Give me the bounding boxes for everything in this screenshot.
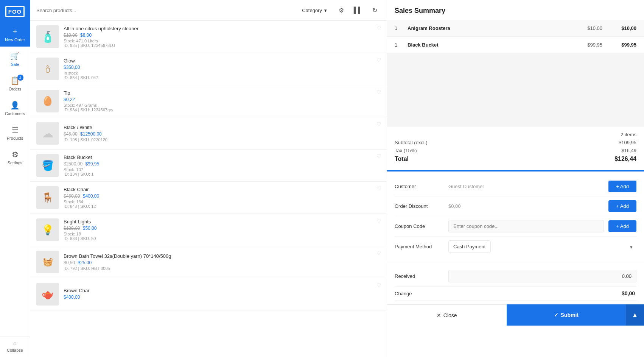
change-label: Change [395,291,444,296]
order-item[interactable]: 1 Black Bucket $99,95 $99,95 [387,37,644,53]
search-input[interactable] [36,8,294,13]
product-price: $10,00 $8,00 [64,33,381,38]
coupon-label: Coupon Code [395,223,444,229]
tax-label: Tax (15%) [395,148,417,153]
order-items-list: 1 Anigram Roostera $10,00 $10,00 1 Black… [387,20,644,126]
add-coupon-button[interactable]: + Add [608,220,636,232]
coupon-row: Coupon Code + Add [395,216,636,237]
product-thumbnail: 💡 [36,218,59,241]
favorite-icon[interactable]: ♡ [376,25,381,31]
product-name: Black Bucket [64,154,381,160]
payment-method-label: Payment Method [395,244,444,249]
collapse-label: Collapse [7,348,23,352]
list-item[interactable]: 🪑 Black Chair $460,00 $400,00 Stock: 134… [30,182,387,214]
items-count: 2 items [621,132,636,137]
product-price: $0,22 [64,97,381,102]
sidebar-item-orders-label: Orders [9,87,22,91]
product-image: 🕯 [42,63,53,75]
favorite-icon[interactable]: ♡ [376,218,381,224]
product-price: $350,00 [64,65,381,70]
right-panel: Sales Summary 1 Anigram Roostera $10,00 … [387,0,644,357]
cash-section: Received Change $0,00 [387,262,644,304]
product-thumbnail: 🧺 [36,251,59,273]
list-item[interactable]: 🕯 Glow $350,00 In stock ID: 854 | SKU: 0… [30,53,387,85]
coupon-input[interactable] [448,220,604,232]
submit-label: Submit [561,312,579,318]
new-order-button[interactable]: + New Order [0,23,30,47]
favorite-icon[interactable]: ♡ [376,89,381,95]
barcode-icon[interactable]: ▌▌ [352,4,364,16]
change-row: Change $0,00 [395,287,636,301]
product-thumbnail: 🪑 [36,186,59,209]
logo: FOO [0,0,30,23]
list-item[interactable]: 🧴 All in one citrus upholstery cleaner $… [30,21,387,53]
product-image: 🧺 [43,257,53,267]
received-row: Received [395,266,636,287]
subtotal-row: Subtotal (excl.) $109,95 [395,140,636,145]
subtotal-label: Subtotal (excl.) [395,140,428,145]
list-item[interactable]: 🥚 Tip $0,22 Stock: 497 Grams ID: 934 | S… [30,85,387,117]
orders-badge: 2 [17,75,23,81]
order-discount-label: Order Discount [395,203,444,209]
sale-price: $350,00 [64,65,80,70]
settings-icon: ⚙ [12,150,19,159]
list-item[interactable]: 🪣 Black Bucket $2500,00 $99,95 Stock: 10… [30,150,387,182]
favorite-icon[interactable]: ♡ [376,57,381,63]
product-name: All in one citrus upholstery cleaner [64,26,381,31]
list-item[interactable]: 💡 Bright Lights $138,00 $50,00 Stock: 18… [30,214,387,246]
product-stock: Stock: 134 [64,200,381,204]
list-item[interactable]: 🫖 Brown Chai $400,00 ♡ [30,278,387,310]
sale-price: $8,00 [80,33,92,38]
sidebar-item-settings[interactable]: ⚙ Settings [0,145,30,170]
product-name: Bright Lights [64,219,381,224]
product-list: 🧴 All in one citrus upholstery cleaner $… [30,21,387,357]
payment-method-select[interactable]: Cash Payment Card Payment Bank Transfer [448,240,491,253]
sidebar-item-orders[interactable]: 📋 2 Orders [0,71,30,96]
product-stock: In stock [64,71,381,75]
original-price: $2500,00 [64,161,82,167]
collapse-button[interactable]: ⊙ Collapse [0,337,30,357]
product-stock: Stock: 107 [64,167,381,172]
product-image: 🫖 [42,288,54,300]
list-item[interactable]: 🧺 Brown Bath Towel 32s(Double yarn) 70*1… [30,246,387,278]
favorite-icon[interactable]: ♡ [376,250,381,256]
favorite-icon[interactable]: ♡ [376,282,381,288]
favorite-icon[interactable]: ♡ [376,153,381,159]
customer-row: Customer Guest Customer + Add [395,177,636,196]
sales-summary-title: Sales Summary [395,7,445,14]
order-item[interactable]: 1 Anigram Roostera $10,00 $10,00 [387,20,644,37]
summary-totals: 2 items Subtotal (excl.) $109,95 Tax (15… [387,126,644,170]
sidebar-item-sale[interactable]: 🛒 Sale [0,47,30,71]
list-item[interactable]: ☁ Black / White $45,00 $12500,00 ID: 198… [30,117,387,150]
product-price: $460,00 $400,00 [64,193,381,199]
add-discount-button[interactable]: + Add [608,200,636,212]
product-thumbnail: 🧴 [36,25,59,48]
close-button[interactable]: ✕ Close [387,304,507,326]
submit-expand-button[interactable]: ▲ [626,304,644,326]
product-image: ☁ [42,127,53,140]
received-label: Received [395,273,444,279]
order-discount-row: Order Discount $0,00 + Add [395,196,636,216]
favorite-icon[interactable]: ♡ [376,121,381,127]
add-customer-button[interactable]: + Add [608,181,636,192]
original-price: $460,00 [64,193,80,199]
refresh-icon[interactable]: ↻ [369,4,381,16]
sale-price: $99,95 [85,161,99,167]
received-input[interactable] [448,270,636,282]
category-select[interactable]: Category ▾ [298,5,331,16]
customer-value: Guest Customer [448,184,604,189]
sidebar-item-customers[interactable]: 👤 Customers [0,96,30,120]
payment-method-row: Payment Method Cash Payment Card Payment… [395,237,636,257]
favorite-icon[interactable]: ♡ [376,186,381,192]
change-value: $0,00 [448,290,636,296]
sidebar-item-products[interactable]: ☰ Products [0,120,30,145]
action-bar: ✕ Close ✓ Submit ▲ [387,304,644,326]
close-label: Close [443,312,457,318]
original-price: $45,00 [64,131,78,137]
form-section: Customer Guest Customer + Add Order Disc… [387,171,644,262]
sidebar-item-customers-label: Customers [5,111,25,116]
filter-icon[interactable]: ⚙ [335,4,347,16]
product-name: Glow [64,58,381,64]
submit-button[interactable]: ✓ Submit [507,304,626,326]
product-info: Bright Lights $138,00 $50,00 Stock: 18 I… [64,219,381,241]
